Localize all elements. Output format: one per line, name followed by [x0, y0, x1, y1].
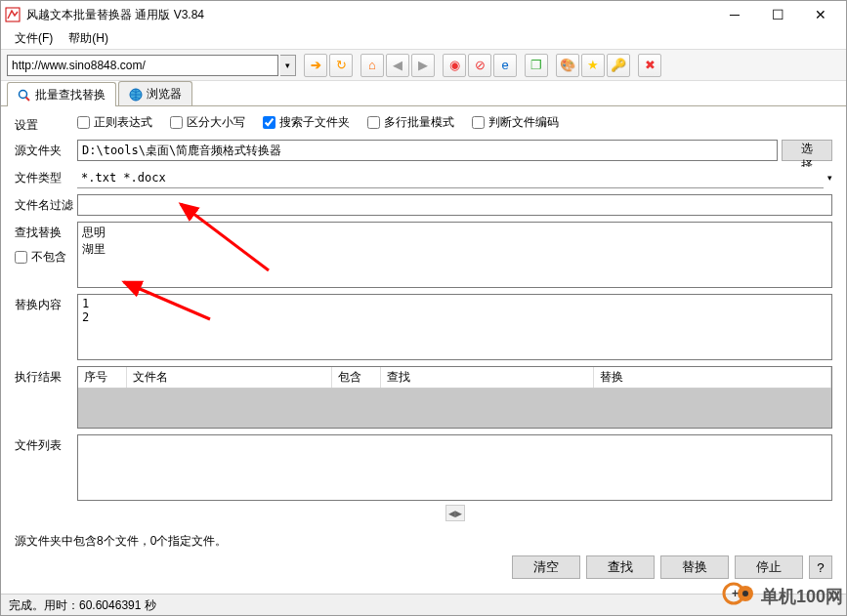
file-type-input[interactable]: [77, 167, 824, 188]
checkbox-regex[interactable]: 正则表达式: [77, 114, 152, 131]
form: 设置 正则表达式 区分大小写 搜索子文件夹 多行批量模式 判断文件编码 源文件夹…: [15, 114, 832, 590]
url-input[interactable]: [7, 55, 278, 76]
search-icon: [18, 89, 31, 103]
tab-label: 批量查找替换: [35, 87, 106, 103]
record-button[interactable]: ◉: [443, 54, 466, 77]
svg-point-8: [742, 591, 748, 596]
maximize-button[interactable]: ☐: [756, 1, 799, 28]
label-settings: 设置: [15, 114, 77, 134]
find-text-input[interactable]: 思明 湖里: [77, 222, 832, 288]
url-dropdown-button[interactable]: ▾: [280, 55, 296, 76]
toolbar: ▾ ➔ ↻ ⌂ ◀ ▶ ◉ ⊘ e ❐ 🎨 ★ 🔑 ✖: [1, 50, 846, 81]
checkbox-subfolder[interactable]: 搜索子文件夹: [263, 114, 350, 131]
label-replace-content: 替换内容: [15, 294, 77, 313]
tab-label: 浏览器: [147, 86, 182, 103]
label-exec-result: 执行结果: [15, 366, 77, 386]
table-body: [78, 389, 831, 428]
tab-bar: 批量查找替换 浏览器: [1, 81, 846, 106]
action-buttons: 清空 查找 替换 停止 ?: [15, 552, 832, 585]
menu-help[interactable]: 帮助(H): [61, 28, 116, 49]
status-text: 完成。用时：60.6046391 秒: [9, 598, 156, 612]
col-contains[interactable]: 包含: [332, 367, 381, 388]
result-table: 序号 文件名 包含 查找 替换: [77, 366, 832, 429]
checkbox-multiline[interactable]: 多行批量模式: [367, 114, 454, 131]
stop-icon-button[interactable]: ⊘: [468, 54, 491, 77]
svg-text:+: +: [732, 587, 739, 600]
col-replace[interactable]: 替换: [594, 367, 831, 388]
menu-file[interactable]: 文件(F): [7, 28, 61, 49]
menubar: 文件(F) 帮助(H): [1, 28, 846, 50]
close-button[interactable]: ✕: [799, 1, 842, 28]
label-filename-filter: 文件名过滤: [15, 194, 77, 214]
palette-button[interactable]: 🎨: [556, 54, 579, 77]
col-index[interactable]: 序号: [78, 367, 127, 388]
filename-filter-input[interactable]: [77, 194, 832, 216]
refresh-button[interactable]: ↻: [329, 54, 353, 77]
help-button[interactable]: ?: [809, 555, 832, 579]
select-folder-button[interactable]: 选择: [782, 140, 832, 161]
favorite-button[interactable]: ★: [581, 54, 605, 77]
home-button[interactable]: ⌂: [360, 54, 384, 77]
summary-text: 源文件夹中包含8个文件，0个指定文件。: [15, 527, 832, 552]
statusbar: 完成。用时：60.6046391 秒: [1, 594, 846, 615]
copy-button[interactable]: ❐: [525, 54, 548, 77]
checkbox-exclude[interactable]: 不包含: [15, 249, 77, 266]
col-find[interactable]: 查找: [381, 367, 594, 388]
tab-batch-replace[interactable]: 批量查找替换: [7, 82, 116, 106]
watermark: + 单机100网: [722, 580, 843, 612]
minimize-button[interactable]: ─: [713, 1, 756, 28]
col-filename[interactable]: 文件名: [127, 367, 332, 388]
replace-text-input[interactable]: 1 2: [77, 294, 832, 360]
content-area: 设置 正则表达式 区分大小写 搜索子文件夹 多行批量模式 判断文件编码 源文件夹…: [1, 106, 846, 594]
ie-button[interactable]: e: [493, 54, 517, 77]
checkbox-case[interactable]: 区分大小写: [170, 114, 245, 131]
svg-point-1: [20, 90, 27, 98]
dropdown-indicator-icon[interactable]: ▾: [827, 173, 832, 183]
watermark-text: 单机100网: [761, 585, 843, 608]
horizontal-scrollbar[interactable]: ◀▶: [445, 505, 465, 521]
app-window: 风越文本批量替换器 通用版 V3.84 ─ ☐ ✕ 文件(F) 帮助(H) ▾ …: [0, 0, 847, 616]
replace-button[interactable]: 替换: [660, 555, 729, 579]
titlebar: 风越文本批量替换器 通用版 V3.84 ─ ☐ ✕: [1, 1, 846, 28]
app-icon: [5, 7, 21, 22]
label-file-type: 文件类型: [15, 167, 77, 186]
globe-icon: [129, 88, 143, 102]
clear-button[interactable]: 清空: [512, 555, 580, 579]
label-find-replace: 查找替换: [15, 225, 77, 241]
back-button[interactable]: ◀: [386, 54, 409, 77]
window-title: 风越文本批量替换器 通用版 V3.84: [26, 7, 713, 23]
watermark-logo-icon: +: [722, 580, 757, 612]
key-button[interactable]: 🔑: [607, 54, 630, 77]
find-button[interactable]: 查找: [586, 555, 655, 579]
svg-rect-0: [6, 8, 20, 21]
tab-browser[interactable]: 浏览器: [118, 81, 192, 105]
label-file-list: 文件列表: [15, 434, 77, 454]
go-button[interactable]: ➔: [304, 54, 327, 77]
source-folder-input[interactable]: [77, 140, 778, 161]
forward-button[interactable]: ▶: [411, 54, 435, 77]
delete-toolbar-button[interactable]: ✖: [638, 54, 661, 77]
checkbox-encoding[interactable]: 判断文件编码: [472, 114, 559, 131]
label-source-folder: 源文件夹: [15, 140, 77, 159]
svg-line-2: [26, 97, 30, 101]
window-controls: ─ ☐ ✕: [713, 1, 842, 28]
file-list[interactable]: [77, 434, 832, 501]
stop-button[interactable]: 停止: [735, 555, 803, 579]
table-header: 序号 文件名 包含 查找 替换: [78, 367, 831, 389]
